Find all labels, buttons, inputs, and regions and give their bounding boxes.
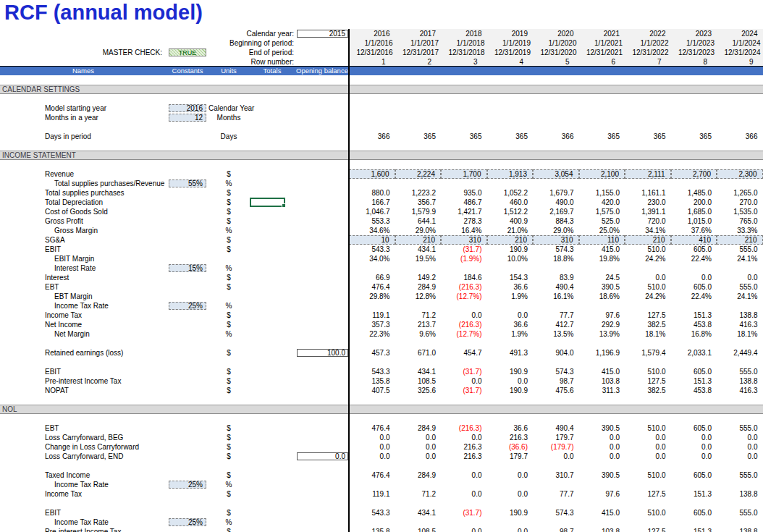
value-cell: 127.5 [625,527,671,532]
input-cell[interactable]: 2,300 [717,169,763,179]
value-cell: 1,485.0 [671,188,717,198]
value-cell: 0.0 [487,470,534,480]
input-cell[interactable]: 3,054 [533,169,579,179]
input-cell[interactable]: 310 [441,235,487,245]
value-cell: 18.8% [533,254,579,263]
value-cell: 574.3 [533,367,579,376]
selected-cell[interactable] [250,198,285,207]
row-numbers: 123456789 [349,57,763,67]
opening-balance-input-loss-carryforward-end[interactable]: 0.0 [297,452,348,460]
constant-input-months-in-a-year[interactable]: 12 [169,114,206,122]
input-cell[interactable]: 1,600 [349,169,395,179]
value-cell: 555.0 [717,508,763,518]
constant-input-total-supplies-purchases-revenue[interactable]: 55% [169,180,206,187]
unit-label: $ [208,508,249,518]
constant-input-income-tax-rate[interactable]: 25% [169,518,206,526]
input-cell[interactable]: 2,100 [579,169,625,179]
value-cell: 412.7 [533,320,579,329]
value-cell: 0.0 [671,433,717,442]
value-cell: 574.3 [533,245,579,254]
value-cell: 190.9 [487,245,534,254]
value-cell: 77.7 [533,311,579,320]
value-cell: 98.7 [533,376,579,386]
value-cell: 108.5 [395,527,442,532]
period-begin-date: 1/1/2024 [717,38,763,48]
value-cell: 365 [579,132,625,141]
value-cell: 453.8 [671,386,717,395]
input-cell[interactable]: 210 [395,235,442,245]
constant-input-income-tax-rate[interactable]: 25% [169,302,206,310]
value-cell: 0.0 [487,311,534,320]
input-cell[interactable]: 210 [625,235,671,245]
page-title: RCF (annual model) [4,1,203,25]
period-end-date: 12/31/2020 [533,48,579,57]
row-loss-carryforward-beg: Loss Carryforward, BEG$0.00.00.0216.3179… [0,433,763,442]
unit-label: $ [208,489,249,499]
row-number-row: Row number: 123456789 [0,57,763,67]
unit-label: % [208,518,249,527]
period-end-date: 12/31/2019 [487,48,534,57]
input-cell[interactable]: 1,913 [487,169,534,179]
value-cell: 720.0 [625,216,671,226]
names-column-header: Names [0,67,166,75]
value-cell: 0.0 [441,489,487,499]
value-cell: 1,421.7 [441,207,487,216]
value-cell: 97.6 [579,489,625,499]
value-cell: 0.0 [579,442,625,452]
input-cell[interactable]: 2,700 [671,169,717,179]
row-income-tax-rate: Income Tax Rate25%% [0,480,763,489]
row-ebt: EBT$476.4284.9(216.3)36.6490.4390.5510.0… [0,423,763,433]
row-loss-carryforward-end: Loss Carryforward, END$0.00.00.0216.3179… [0,452,763,461]
period-begin-date: 1/1/2020 [533,38,579,48]
value-cell: 555.0 [717,470,763,480]
value-cell: 179.7 [533,433,579,442]
value-cell: 216.3 [441,452,487,461]
value-cell: 765.0 [717,216,763,226]
row-ebit: EBIT$543.3434.1(31.7)190.9574.3415.0510.… [0,508,763,518]
unit-label: $ [208,376,249,386]
value-cell: 1.9% [487,292,534,301]
constant-input-model-starting-year[interactable]: 2016 [169,104,206,112]
input-cell[interactable]: 1,700 [441,169,487,179]
calendar-year-input[interactable]: 2015 [297,30,348,38]
row-label: Total Depreciation [0,198,166,207]
period-end-date: 12/31/2018 [441,48,487,57]
row-label: Gross Profit [0,216,166,226]
sheet-rows: CALENDAR SETTINGSModel starting year2016… [0,75,763,532]
value-cell: 230.0 [625,198,671,207]
sheet-content: Calendar year: 2015 20162017201820192020… [0,29,763,532]
input-cell[interactable]: 110 [579,235,625,245]
row-label: Loss Carryforward, END [0,452,166,461]
value-cell: 525.0 [579,216,625,226]
input-cell[interactable]: 210 [487,235,534,245]
master-check-value: TRUE [169,48,206,56]
value-cell: 553.3 [349,216,395,226]
opening-balance-input-retained-earnings-loss[interactable]: 100.0 [297,349,348,357]
value-cell: 24.2% [625,292,671,301]
value-cell: 0.0 [349,442,395,452]
row-ebt-margin: EBT Margin29.8%12.8%(12.7%)1.9%16.1%18.6… [0,292,763,301]
input-cell[interactable]: 10 [349,235,395,245]
input-cell[interactable]: 210 [717,235,763,245]
constant-input-income-tax-rate[interactable]: 25% [169,481,206,489]
value-cell: 0.0 [717,433,763,442]
value-cell: 366 [717,132,763,141]
input-cell[interactable]: 2,224 [395,169,442,179]
constant-input-interest-rate[interactable]: 15% [169,264,206,272]
row-taxed-income: Taxed Income$476.4284.90.00.0310.7390.55… [0,470,763,480]
input-cell[interactable]: 2,111 [625,169,671,179]
value-cell: 0.0 [625,273,671,282]
value-cell: 390.5 [579,282,625,292]
value-cell: 12.8% [395,292,442,301]
input-cell[interactable]: 310 [533,235,579,245]
value-cell: 22.3% [349,329,395,339]
value-cell: 1,391.1 [625,207,671,216]
period-begin-date: 1/1/2019 [487,38,534,48]
row-label: Model starting year [0,104,166,113]
row-income-tax-rate: Income Tax Rate25%% [0,518,763,527]
row-ebit: EBIT$543.3434.1(31.7)190.9574.3415.0510.… [0,367,763,376]
value-cell: 904.0 [533,348,579,358]
value-cell: 0.0 [625,442,671,452]
input-cell[interactable]: 410 [671,235,717,245]
row-label: Revenue [0,169,166,179]
